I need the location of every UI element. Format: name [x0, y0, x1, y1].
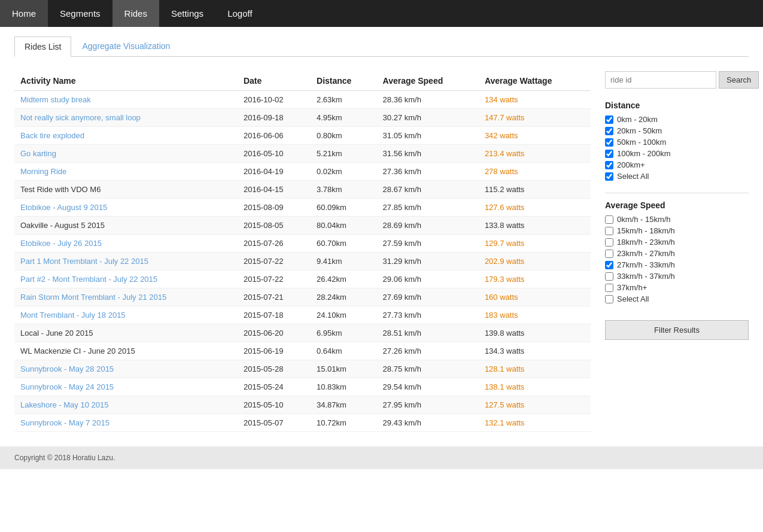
- activity-name[interactable]: Morning Ride: [14, 163, 238, 181]
- activity-wattage: 128.1 watts: [479, 360, 591, 378]
- tab-aggregate-visualization[interactable]: Aggregate Visualization: [72, 37, 180, 56]
- activity-name[interactable]: Part 1 Mont Tremblant - July 22 2015: [14, 253, 238, 270]
- table-row: Test Ride with VDO M62016-04-153.78km28.…: [14, 181, 591, 199]
- activity-date: 2015-07-21: [238, 288, 311, 306]
- activity-speed: 27.26 km/h: [377, 342, 479, 360]
- distance-checkbox[interactable]: [605, 150, 613, 158]
- speed-checkbox[interactable]: [605, 227, 613, 235]
- tab-bar: Rides ListAggregate Visualization: [14, 37, 749, 57]
- speed-filter-title: Average Speed: [605, 200, 749, 210]
- speed-checkbox[interactable]: [605, 238, 613, 247]
- activity-name: Local - June 20 2015: [14, 324, 238, 342]
- activity-date: 2015-07-22: [238, 253, 311, 270]
- distance-checkbox-label: 0km - 20km: [617, 115, 658, 124]
- activity-date: 2015-08-09: [238, 199, 311, 217]
- activity-date: 2016-04-19: [238, 163, 311, 181]
- speed-checkbox-item: 23km/h - 27km/h: [605, 249, 749, 258]
- col-date: Date: [238, 71, 311, 91]
- nav-item-logoff[interactable]: Logoff: [215, 0, 264, 27]
- distance-checkbox-label: 50km - 100km: [617, 138, 666, 147]
- activity-name[interactable]: Rain Storm Mont Tremblant - July 21 2015: [14, 288, 238, 306]
- table-row: Oakville - August 5 20152015-08-0580.04k…: [14, 217, 591, 235]
- table-row: Go karting2016-05-105.21km31.56 km/h213.…: [14, 145, 591, 163]
- activity-name[interactable]: Part #2 - Mont Tremblant - July 22 2015: [14, 270, 238, 288]
- distance-checkbox-item: Select All: [605, 172, 749, 181]
- distance-checkbox-item: 200km+: [605, 160, 749, 169]
- speed-checkbox-item: Select All: [605, 294, 749, 303]
- activity-wattage: 138.1 watts: [479, 378, 591, 396]
- activity-speed: 28.36 km/h: [377, 91, 479, 109]
- activity-distance: 0.80km: [311, 127, 377, 145]
- col-average-wattage: Average Wattage: [479, 71, 591, 91]
- rides-table: Activity NameDateDistanceAverage SpeedAv…: [14, 71, 591, 432]
- activity-speed: 27.36 km/h: [377, 163, 479, 181]
- speed-checkbox-label: 37km/h+: [617, 283, 647, 292]
- activity-name[interactable]: Etobikoe - July 26 2015: [14, 235, 238, 253]
- speed-checkbox[interactable]: [605, 250, 613, 258]
- table-row: Lakeshore - May 10 20152015-05-1034.87km…: [14, 396, 591, 414]
- activity-date: 2015-05-28: [238, 360, 311, 378]
- activity-date: 2016-04-15: [238, 181, 311, 199]
- activity-date: 2015-05-07: [238, 414, 311, 432]
- activity-speed: 27.73 km/h: [377, 306, 479, 324]
- activity-name[interactable]: Go karting: [14, 145, 238, 163]
- search-input[interactable]: [605, 71, 716, 89]
- activity-name[interactable]: Sunnybrook - May 7 2015: [14, 414, 238, 432]
- activity-distance: 26.42km: [311, 270, 377, 288]
- activity-distance: 6.95km: [311, 324, 377, 342]
- nav-item-rides[interactable]: Rides: [113, 0, 159, 27]
- distance-checkbox[interactable]: [605, 161, 613, 169]
- activity-date: 2015-07-18: [238, 306, 311, 324]
- activity-name[interactable]: Back tire exploded: [14, 127, 238, 145]
- table-row: Back tire exploded2016-06-060.80km31.05 …: [14, 127, 591, 145]
- distance-checkbox[interactable]: [605, 138, 613, 147]
- nav-item-home[interactable]: Home: [0, 0, 48, 27]
- activity-date: 2015-06-19: [238, 342, 311, 360]
- activity-distance: 3.78km: [311, 181, 377, 199]
- activity-distance: 24.10km: [311, 306, 377, 324]
- nav-item-segments[interactable]: Segments: [48, 0, 113, 27]
- distance-checkbox-item: 50km - 100km: [605, 138, 749, 147]
- activity-wattage: 202.9 watts: [479, 253, 591, 270]
- footer-text: Copyright © 2018 Horatiu Lazu.: [14, 454, 115, 462]
- tab-rides-list[interactable]: Rides List: [14, 37, 71, 57]
- distance-checkbox[interactable]: [605, 172, 613, 181]
- activity-speed: 31.05 km/h: [377, 127, 479, 145]
- activity-name[interactable]: Sunnybrook - May 24 2015: [14, 378, 238, 396]
- speed-checkbox-item: 18km/h - 23km/h: [605, 238, 749, 247]
- activity-distance: 60.70km: [311, 235, 377, 253]
- distance-filter-title: Distance: [605, 101, 749, 110]
- activity-name[interactable]: Not really sick anymore, small loop: [14, 109, 238, 127]
- activity-name[interactable]: Sunnybrook - May 28 2015: [14, 360, 238, 378]
- activity-date: 2015-07-22: [238, 270, 311, 288]
- filter-results-button[interactable]: Filter Results: [605, 320, 749, 340]
- col-activity-name: Activity Name: [14, 71, 238, 91]
- activity-speed: 27.59 km/h: [377, 235, 479, 253]
- speed-checkbox[interactable]: [605, 272, 613, 281]
- activity-date: 2015-07-26: [238, 235, 311, 253]
- activity-date: 2015-05-24: [238, 378, 311, 396]
- activity-name[interactable]: Mont Tremblant - July 18 2015: [14, 306, 238, 324]
- search-row: Search: [605, 71, 749, 89]
- speed-checkbox[interactable]: [605, 215, 613, 224]
- activity-wattage: 179.3 watts: [479, 270, 591, 288]
- activity-distance: 15.01km: [311, 360, 377, 378]
- distance-checkbox[interactable]: [605, 127, 613, 135]
- activity-name[interactable]: Lakeshore - May 10 2015: [14, 396, 238, 414]
- search-button[interactable]: Search: [719, 71, 759, 89]
- speed-checkbox[interactable]: [605, 295, 613, 303]
- col-distance: Distance: [311, 71, 377, 91]
- activity-distance: 60.09km: [311, 199, 377, 217]
- distance-checkbox-label: 100km - 200km: [617, 149, 671, 158]
- activity-distance: 10.72km: [311, 414, 377, 432]
- speed-checkbox[interactable]: [605, 261, 613, 269]
- distance-checkbox[interactable]: [605, 115, 613, 124]
- activity-distance: 2.63km: [311, 91, 377, 109]
- table-row: Local - June 20 20152015-06-206.95km28.5…: [14, 324, 591, 342]
- activity-name[interactable]: Midterm study break: [14, 91, 238, 109]
- table-row: Part #2 - Mont Tremblant - July 22 20152…: [14, 270, 591, 288]
- speed-checkbox[interactable]: [605, 284, 613, 292]
- nav-item-settings[interactable]: Settings: [159, 0, 215, 27]
- filter-divider: [605, 193, 749, 193]
- activity-name[interactable]: Etobikoe - August 9 2015: [14, 199, 238, 217]
